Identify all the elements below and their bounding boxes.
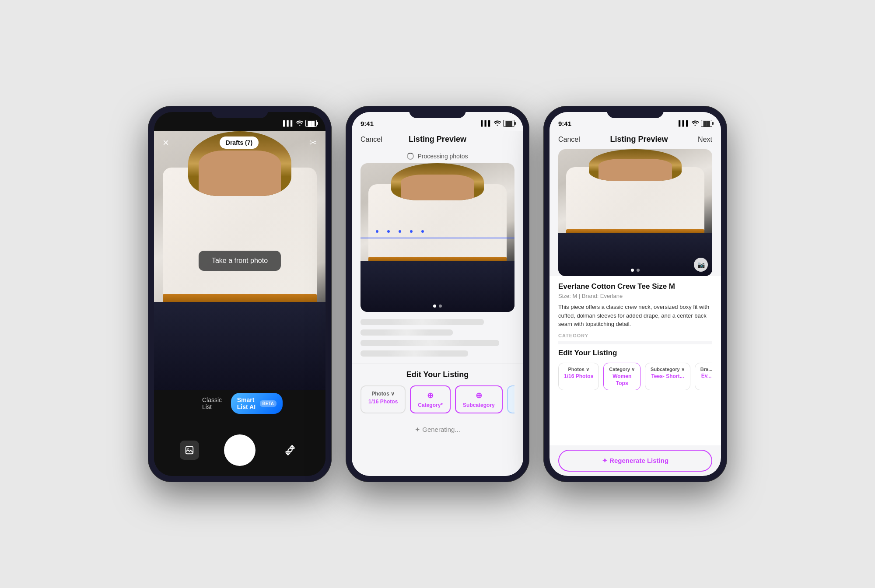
notch-1 — [211, 106, 268, 118]
image-dots-2 — [433, 304, 442, 308]
result-tab-category[interactable]: Category ∨ Women Tops — [603, 363, 640, 390]
result-tab-photos[interactable]: Photos ∨ 1/16 Photos — [558, 363, 599, 390]
listing-desc: This piece offers a classic crew neck, o… — [558, 303, 712, 329]
status-icons-3: ▌▌▌ ██ — [679, 120, 712, 127]
cancel-button-2[interactable]: Cancel — [360, 136, 382, 144]
regenerate-button[interactable]: ✦ Regenerate Listing — [558, 450, 712, 472]
processing-banner: Processing photos — [352, 149, 523, 163]
skeleton-line — [360, 319, 484, 325]
battery-icon-2: ██ — [503, 120, 514, 127]
listing-content: Everlane Cotton Crew Tee Size M Size: M … — [550, 276, 721, 445]
mode-toggle: Classic List Smart List AI BETA — [197, 393, 283, 414]
regenerate-label: ✦ Regenerate Listing — [602, 457, 668, 465]
camera-top-bar: × Drafts (7) ✂ — [154, 131, 326, 154]
scissors-button[interactable]: ✂ — [309, 137, 317, 148]
camera-screen: × Drafts (7) ✂ — [154, 131, 326, 476]
result-photos-label: Photos ∨ — [568, 367, 589, 372]
skeleton-line — [360, 329, 453, 336]
result-cat-label: Category ∨ — [609, 367, 635, 372]
signal-icon-2: ▌▌▌ — [481, 120, 492, 126]
flip-camera-button[interactable] — [280, 441, 300, 460]
scan-dot — [399, 230, 401, 233]
processing-text: Processing photos — [417, 153, 468, 160]
photos-tab-count: 1/16 Photos — [368, 399, 398, 405]
phone-2-processing: 9:41 ▌▌▌ ██ Cancel Listing Preview — [346, 106, 529, 482]
scan-dots — [376, 230, 499, 233]
result-brand-label: Bra... — [700, 367, 712, 372]
close-button[interactable]: × — [163, 136, 169, 149]
pants-1 — [154, 302, 326, 390]
signal-icon: ▌▌▌ — [283, 120, 294, 126]
scan-dot — [376, 230, 378, 233]
edit-title-3: Edit Your Listing — [558, 349, 712, 357]
scan-line — [360, 238, 514, 238]
cat-label: Category* — [418, 402, 443, 408]
smart-mode-btn[interactable]: Smart List AI BETA — [231, 393, 283, 414]
section-divider — [558, 341, 712, 344]
result-image — [558, 149, 712, 276]
wifi-icon — [296, 120, 303, 127]
person-figure-3 — [558, 149, 712, 276]
cancel-button-3[interactable]: Cancel — [558, 136, 580, 144]
image-dot — [439, 304, 442, 308]
camera-photo-area: Take a front photo — [154, 131, 326, 390]
take-photo-overlay: Take a front photo — [199, 251, 281, 271]
result-brand-value: Ev... — [701, 373, 712, 379]
result-screen: Cancel Listing Preview Next — [550, 131, 721, 476]
status-icons-1: ▌▌▌ ██ — [283, 120, 317, 127]
result-tab-brand[interactable]: Bra... Ev... — [695, 363, 712, 390]
scan-dot — [421, 230, 424, 233]
scan-dot — [387, 230, 390, 233]
wifi-icon-3 — [692, 120, 699, 127]
tab-photos-2[interactable]: Photos ∨ 1/16 Photos — [360, 385, 406, 413]
status-icons-2: ▌▌▌ ██ — [481, 120, 514, 127]
preview-image-container-2 — [360, 163, 514, 312]
image-dot-active — [433, 304, 436, 308]
battery-icon-3: ██ — [701, 120, 712, 127]
nav-bar-3: Cancel Listing Preview Next — [550, 131, 721, 149]
wifi-icon-2 — [494, 120, 501, 127]
battery-icon: ██ — [305, 120, 317, 127]
subcat-icon: ⊕ — [476, 391, 482, 400]
edit-section-2: Edit Your Listing Photos ∨ 1/16 Photos ⊕… — [352, 364, 523, 420]
phones-container: ▌▌▌ ██ × Drafts (7) ✂ — [0, 88, 875, 500]
result-photos-count: 1/16 Photos — [564, 373, 593, 379]
skeleton-line — [360, 340, 499, 346]
subcat-label: Subcategory — [463, 402, 495, 408]
cat-icon: ⊕ — [427, 391, 434, 400]
scan-dot — [410, 230, 413, 233]
result-subcat-value: Tees- Short... — [651, 373, 684, 379]
image-dots-3 — [631, 269, 640, 272]
result-tab-subcat[interactable]: Subcategory ∨ Tees- Short... — [645, 363, 690, 390]
listing-name: Everlane Cotton Crew Tee Size M — [558, 282, 712, 291]
tab-brand-2[interactable]: B — [507, 385, 514, 413]
result-cat-value2: Tops — [616, 380, 628, 386]
tab-category-2[interactable]: ⊕ Category* — [410, 385, 451, 413]
gallery-button[interactable] — [180, 441, 199, 460]
shutter-button[interactable] — [224, 434, 256, 466]
result-cat-value: Women — [612, 373, 631, 379]
notch-2 — [409, 106, 466, 118]
processing-spinner — [407, 153, 414, 160]
generating-text: ✦ Generating... — [415, 426, 460, 434]
image-dot-3 — [637, 269, 640, 272]
edit-section-3: Edit Your Listing Photos ∨ 1/16 Photos C… — [558, 344, 712, 392]
svg-point-1 — [187, 448, 189, 449]
result-subcat-label: Subcategory ∨ — [651, 367, 685, 372]
phone-1-camera: ▌▌▌ ██ × Drafts (7) ✂ — [148, 106, 332, 482]
result-edit-tabs: Photos ∨ 1/16 Photos Category ∨ Women To… — [558, 363, 712, 392]
drafts-badge[interactable]: Drafts (7) — [220, 136, 259, 149]
tab-subcategory-2[interactable]: ⊕ Subcategory — [455, 385, 503, 413]
edit-title-2: Edit Your Listing — [360, 370, 514, 379]
skeleton-line — [360, 350, 468, 357]
listing-meta: Size: M | Brand: Everlane — [558, 293, 712, 299]
classic-mode-btn[interactable]: Classic List — [197, 393, 229, 414]
nav-title-3: Listing Preview — [610, 135, 668, 144]
next-button-3[interactable]: Next — [698, 136, 712, 144]
status-time-2: 9:41 — [360, 120, 374, 127]
listing-preview-screen-2: Cancel Listing Preview Processing photos — [352, 131, 523, 476]
nav-title-2: Listing Preview — [409, 135, 466, 144]
camera-edit-icon[interactable]: 📷 — [694, 258, 708, 272]
result-image-container: 📷 — [558, 149, 712, 276]
notch-3 — [607, 106, 664, 118]
